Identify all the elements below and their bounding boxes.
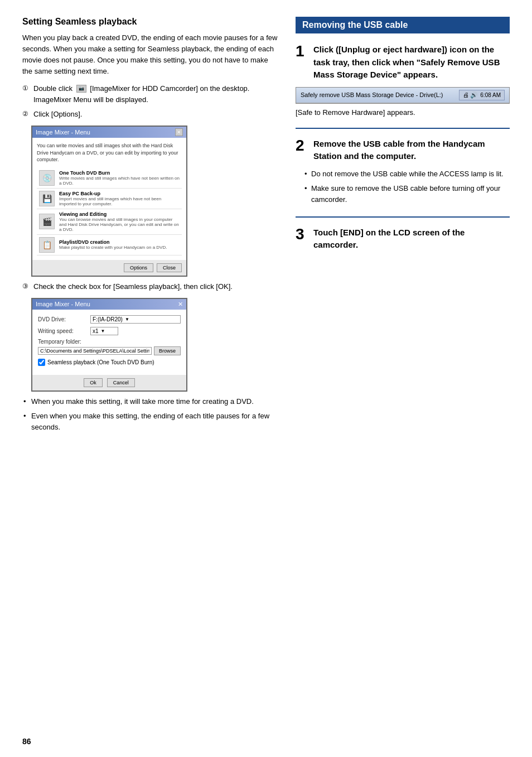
- menu-text-0: One Touch DVD Burn Write movies and stil…: [59, 170, 180, 186]
- step-3-number: 3: [296, 226, 309, 242]
- ok-button[interactable]: Ok: [84, 378, 103, 387]
- menu-item-desc-2: You can browse movies and still images i…: [59, 217, 180, 232]
- menu-item-title-0: One Touch DVD Burn: [59, 170, 180, 176]
- dvd-drive-dropdown[interactable]: F:(IA-DR20) ▼: [90, 315, 181, 324]
- dvd-drive-label: DVD Drive:: [38, 316, 88, 322]
- options-close-button[interactable]: ✕: [178, 301, 183, 308]
- step-2: ② Click [Options].: [22, 109, 279, 120]
- step-1-num: ①: [22, 83, 31, 94]
- taskbar-time: 6:08 AM: [480, 92, 501, 98]
- numbered-steps: ① Double click 📷 [ImageMixer for HDD Cam…: [22, 83, 279, 120]
- menu-intro: You can write movies and still images sh…: [37, 142, 182, 163]
- options-screenshot: Image Mixer - Menu ✕ DVD Drive: F:(IA-DR…: [31, 298, 187, 392]
- menu-item-title-3: Playlist/DVD creation: [59, 239, 167, 245]
- step-3-num: ③: [22, 281, 31, 292]
- menu-item-1: 💾 Easy PC Back-up Import movies and stil…: [37, 189, 182, 209]
- step-2-text: Click [Options].: [33, 109, 82, 120]
- taskbar-right: 🖨 🔊 6:08 AM: [459, 90, 505, 100]
- menu-close-button[interactable]: ✕: [175, 128, 183, 136]
- step-2-num: ②: [22, 109, 31, 119]
- safe-remove-text: [Safe to Remove Hardware] appears.: [296, 108, 510, 117]
- taskbar-icons: 🖨 🔊: [463, 91, 478, 99]
- browse-button[interactable]: Browse: [154, 346, 181, 355]
- step-3-row: 3 Touch [END] on the LCD screen of the c…: [296, 226, 510, 252]
- temp-folder-input[interactable]: [38, 347, 152, 355]
- options-dialog-buttons: Ok Cancel: [32, 375, 186, 390]
- step-3-text: Check the check box for [Seamless playba…: [33, 281, 233, 292]
- taskbar-icon-2: 🔊: [470, 91, 478, 99]
- step-2-container: 2 Remove the USB cable from the Handycam…: [296, 138, 510, 205]
- menu-text-2: Viewing and Editing You can browse movie…: [59, 211, 180, 232]
- options-title-bar: Image Mixer - Menu ✕: [32, 299, 186, 310]
- left-column: Setting Seamless playback When you play …: [22, 17, 279, 735]
- step-1: ① Double click 📷 [ImageMixer for HDD Cam…: [22, 83, 279, 105]
- taskbar-inner: Safely remove USB Mass Storage Device - …: [296, 88, 509, 103]
- step-1-number: 1: [296, 44, 309, 59]
- taskbar-icon-1: 🖨: [463, 91, 469, 98]
- menu-icon-0: 💿: [39, 170, 55, 186]
- step-1-text: Click ([Unplug or eject hardware]) icon …: [313, 44, 510, 81]
- menu-item-desc-0: Write movies and still images which have…: [59, 176, 180, 186]
- taskbar-screenshot: Safely remove USB Mass Storage Device - …: [296, 87, 510, 104]
- seamless-checkbox-row: Seamless playback (One Touch DVD Burn): [38, 359, 181, 366]
- options-body: DVD Drive: F:(IA-DR20) ▼ Writing speed: …: [32, 310, 186, 375]
- menu-item-3: 📋 Playlist/DVD creation Make playlist to…: [37, 235, 182, 255]
- icon-image-mixer: 📷: [76, 85, 86, 93]
- menu-item-title-2: Viewing and Editing: [59, 211, 180, 217]
- menu-icon-1: 💾: [39, 191, 55, 206]
- menu-item-desc-1: Import movies and still images which hav…: [59, 196, 180, 206]
- numbered-steps-2: ③ Check the check box for [Seamless play…: [22, 281, 279, 292]
- step-2-bullets: Do not remove the USB cable while the AC…: [304, 168, 510, 205]
- menu-text-1: Easy PC Back-up Import movies and still …: [59, 191, 180, 206]
- menu-body: You can write movies and still images sh…: [32, 138, 186, 260]
- taskbar-text: Safely remove USB Mass Storage Device - …: [301, 91, 443, 98]
- menu-buttons: Options Close: [32, 260, 186, 276]
- temp-folder-row: Browse: [38, 346, 181, 355]
- writing-speed-label: Writing speed:: [38, 328, 88, 334]
- menu-text-3: Playlist/DVD creation Make playlist to c…: [59, 239, 167, 250]
- menu-title-text: Image Mixer - Menu: [36, 129, 90, 136]
- seamless-checkbox[interactable]: [38, 359, 45, 366]
- options-title-text: Image Mixer - Menu: [36, 301, 90, 307]
- writing-speed-row: Writing speed: x1 ▼: [38, 327, 181, 335]
- menu-item-desc-3: Make playlist to create with your Handyc…: [59, 245, 167, 250]
- left-section-title: Setting Seamless playback: [22, 17, 279, 27]
- page-number: 86: [22, 737, 31, 746]
- options-button[interactable]: Options: [124, 263, 153, 272]
- bullet-1: When you make this setting, it will take…: [22, 396, 279, 407]
- seamless-label: Seamless playback (One Touch DVD Burn): [47, 359, 154, 365]
- page: Setting Seamless playback When you play …: [0, 0, 532, 757]
- content-row: Setting Seamless playback When you play …: [22, 17, 510, 735]
- step-divider-1: [296, 128, 510, 129]
- menu-icon-3: 📋: [39, 237, 55, 253]
- menu-screenshot: Image Mixer - Menu ✕ You can write movie…: [31, 126, 187, 277]
- step-1-row: 1 Click ([Unplug or eject hardware]) ico…: [296, 44, 510, 81]
- step-2-row: 2 Remove the USB cable from the Handycam…: [296, 138, 510, 163]
- menu-item-0: 💿 One Touch DVD Burn Write movies and st…: [37, 168, 182, 189]
- step-2-bullet-2: Make sure to remove the USB cable before…: [304, 183, 510, 205]
- step-3: ③ Check the check box for [Seamless play…: [22, 281, 279, 292]
- temp-folder-label: Temporary folder:: [38, 339, 181, 345]
- dvd-drive-row: DVD Drive: F:(IA-DR20) ▼: [38, 315, 181, 324]
- step-2-bullet-1: Do not remove the USB cable while the AC…: [304, 168, 510, 180]
- close-button[interactable]: Close: [157, 263, 182, 272]
- dvd-drive-value: F:(IA-DR20): [93, 316, 123, 322]
- cancel-button[interactable]: Cancel: [107, 378, 135, 387]
- writing-speed-dropdown[interactable]: x1 ▼: [90, 327, 118, 335]
- step-3-container: 3 Touch [END] on the LCD screen of the c…: [296, 226, 510, 252]
- right-column: Removing the USB cable 1 Click ([Unplug …: [296, 17, 510, 735]
- speed-dropdown-arrow: ▼: [101, 329, 105, 334]
- intro-text: When you play back a created DVD, the en…: [22, 32, 279, 78]
- menu-icon-2: 🎬: [39, 214, 55, 229]
- bullet-2: Even when you make this setting, the end…: [22, 411, 279, 433]
- menu-title-bar: Image Mixer - Menu ✕: [32, 127, 186, 138]
- section-header: Removing the USB cable: [296, 17, 510, 33]
- step-2-text: Remove the USB cable from the Handycam S…: [313, 138, 510, 163]
- step-divider-2: [296, 216, 510, 218]
- dropdown-arrow: ▼: [125, 317, 129, 322]
- step-2-number: 2: [296, 138, 309, 153]
- step-3-text: Touch [END] on the LCD screen of the cam…: [313, 226, 510, 252]
- menu-item-title-1: Easy PC Back-up: [59, 191, 180, 196]
- menu-item-2: 🎬 Viewing and Editing You can browse mov…: [37, 209, 182, 235]
- writing-speed-value: x1: [93, 328, 99, 334]
